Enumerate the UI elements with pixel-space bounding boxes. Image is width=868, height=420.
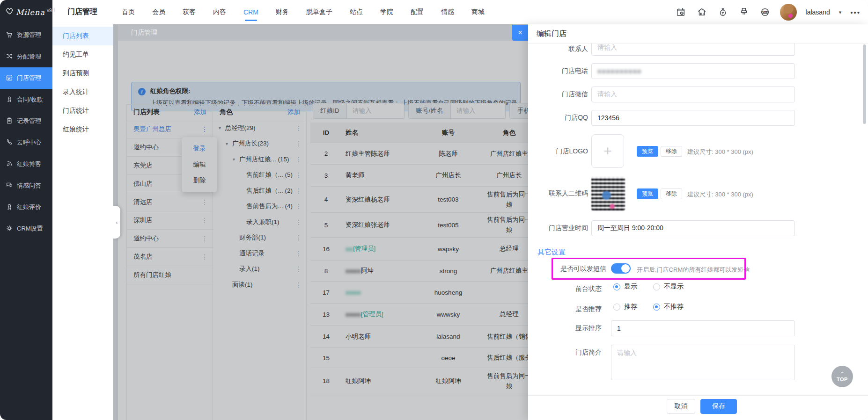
contact-input[interactable]: 请输入 [591, 43, 795, 56]
sidebar-item-label: 合同/收款 [17, 95, 43, 104]
sidebar-item-label: 红娘评价 [17, 203, 41, 211]
store-phone-label: 门店电话 [528, 67, 588, 75]
store-qq-label: 门店QQ [528, 114, 588, 122]
submenu-item-5[interactable]: 红娘统计 [52, 120, 113, 139]
sidebar-item-3[interactable]: 合同/收款 [0, 89, 52, 110]
recommend-radio-推荐[interactable] [613, 304, 620, 311]
brand-logo: Milena v9.1 [0, 0, 52, 24]
sidebar-item-4[interactable]: 记录管理 [0, 110, 52, 132]
qrcode-size-hint: 建议尺寸: 300 * 300 (px) [687, 190, 753, 199]
records-icon [6, 117, 13, 126]
submenu-item-4[interactable]: 门店统计 [52, 101, 113, 120]
toggle-knob [621, 264, 630, 273]
intro-textarea[interactable]: 请输入 [611, 345, 795, 380]
more-menu-icon[interactable]: ••• [850, 8, 861, 16]
tab-商城[interactable]: 商城 [471, 0, 485, 24]
recommend-radios: 推荐不推荐 [613, 303, 684, 311]
sms-toggle[interactable] [611, 263, 631, 274]
sort-input[interactable]: 1 [611, 320, 795, 336]
submenu-item-3[interactable]: 录入统计 [52, 83, 113, 101]
store-icon [6, 74, 13, 83]
store-hours-input[interactable]: 周一至周日 9:00-20:00 [591, 220, 795, 236]
submenu-item-2[interactable]: 到店预测 [52, 64, 113, 83]
store-wechat-input[interactable]: 请输入 [591, 87, 795, 102]
dim-overlay [118, 41, 528, 420]
other-settings-title: 其它设置 [537, 248, 566, 257]
brand-version: v9.1 [47, 8, 56, 13]
store-qq-input[interactable]: 123456 [591, 110, 795, 126]
blog-icon [6, 160, 13, 169]
qrcode-preview-button[interactable]: 预览 [637, 188, 658, 199]
drawer-scrollbar[interactable] [863, 44, 866, 124]
tab-脱单盒子[interactable]: 脱单盒子 [306, 0, 332, 24]
medal-icon [6, 203, 13, 212]
user-avatar[interactable] [780, 4, 797, 21]
edit-store-drawer: 编辑门店 联系人 请输入 门店电话 ●●●●●●●●●● 门店微信 请输入 门店… [528, 24, 868, 420]
close-icon[interactable]: × [512, 25, 528, 41]
modal-titlebar: 门店管理 [118, 25, 528, 41]
recommend-option-label: 推荐 [624, 303, 637, 311]
contact-label: 联系人 [528, 45, 588, 53]
sidebar-item-9[interactable]: CRM设置 [0, 218, 52, 239]
store-phone-input[interactable]: ●●●●●●●●●● [591, 63, 795, 79]
chat-icon [6, 181, 13, 190]
back-to-top-button[interactable]: ⌃ TOP [831, 366, 853, 387]
logo-preview-button[interactable]: 预览 [637, 146, 658, 157]
crm-globe-icon[interactable]: CRM [759, 6, 771, 18]
brush-icon[interactable] [738, 6, 750, 18]
tab-内容[interactable]: 内容 [213, 0, 226, 24]
contract-icon [6, 95, 13, 104]
money-bag-icon[interactable] [717, 6, 729, 18]
qrcode-label: 联系人二维码 [528, 189, 588, 198]
recommend-radio-不推荐[interactable] [653, 304, 660, 311]
sidebar-item-label: 分配管理 [17, 52, 41, 61]
tab-学院[interactable]: 学院 [380, 0, 393, 24]
calendar-icon[interactable] [675, 6, 687, 18]
qrcode-image [591, 177, 625, 210]
tab-CRM[interactable]: CRM [243, 0, 258, 24]
chevron-down-icon[interactable]: ▾ [839, 9, 842, 15]
store-hours-label: 门店营业时间 [528, 224, 588, 232]
front-status-radio-显示[interactable] [613, 283, 620, 290]
sidebar-menu: 资源管理分配管理门店管理合同/收款记录管理云呼中心红娘博客情感问答红娘评价CRM… [0, 24, 52, 239]
save-button[interactable]: 保存 [700, 399, 737, 414]
topbar-actions: CRM lalasand ▾ ••• [675, 0, 861, 24]
tab-情感[interactable]: 情感 [441, 0, 454, 24]
tab-财务[interactable]: 财务 [276, 0, 289, 24]
sidebar-collapse-handle[interactable]: ‹ [113, 206, 120, 239]
sidebar-item-0[interactable]: 资源管理 [0, 24, 52, 46]
front-status-label: 前台状态 [528, 285, 602, 293]
logo-size-hint: 建议尺寸: 300 * 300 (px) [687, 148, 753, 156]
logo-upload-box[interactable]: + [591, 134, 624, 168]
front-status-option-label: 显示 [624, 282, 637, 291]
tab-获客[interactable]: 获客 [183, 0, 196, 24]
username[interactable]: lalasand [806, 8, 830, 16]
cart-icon [6, 31, 13, 40]
qrcode-remove-button[interactable]: 移除 [661, 188, 682, 199]
store-management-modal: 门店管理 i 红娘角色权限: 上级可以查看和编辑下级的记录，下级不能查看和编辑上… [113, 24, 528, 420]
tab-首页[interactable]: 首页 [122, 0, 135, 24]
store-wechat-label: 门店微信 [528, 90, 588, 99]
sidebar-item-5[interactable]: 云呼中心 [0, 132, 52, 153]
sidebar-item-1[interactable]: 分配管理 [0, 46, 52, 67]
cancel-button[interactable]: 取消 [667, 399, 695, 414]
primary-sidebar: Milena v9.1 资源管理分配管理门店管理合同/收款记录管理云呼中心红娘博… [0, 0, 52, 420]
front-status-radio-不显示[interactable] [653, 283, 660, 290]
sidebar-item-label: 记录管理 [17, 117, 41, 125]
sidebar-item-8[interactable]: 红娘评价 [0, 196, 52, 218]
logo-remove-button[interactable]: 移除 [661, 146, 682, 157]
tab-会员[interactable]: 会员 [152, 0, 165, 24]
submenu-item-0[interactable]: 门店列表 [52, 27, 113, 45]
sidebar-item-label: 资源管理 [17, 31, 41, 39]
phone-icon [6, 138, 13, 147]
tab-配置[interactable]: 配置 [411, 0, 424, 24]
main-nav-tabs: 首页会员获客内容CRM财务脱单盒子站点学院配置情感商城 [122, 0, 485, 24]
chevron-up-icon: ⌃ [840, 371, 844, 377]
sidebar-item-6[interactable]: 红娘博客 [0, 153, 52, 175]
sidebar-item-7[interactable]: 情感问答 [0, 175, 52, 196]
tab-站点[interactable]: 站点 [350, 0, 363, 24]
home-icon[interactable] [696, 6, 708, 18]
sms-toggle-hint: 开启后,门店CRM的所有红娘都可以发短信 [637, 266, 750, 274]
submenu-item-1[interactable]: 约见工单 [52, 45, 113, 64]
sidebar-item-2[interactable]: 门店管理 [0, 67, 52, 89]
